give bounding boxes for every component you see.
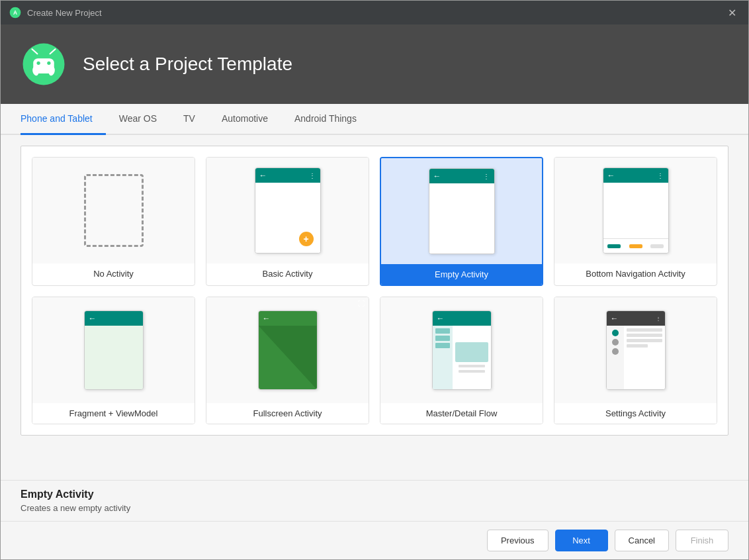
dialog-footer: Previous Next Cancel Finish	[1, 521, 748, 559]
detail-pane	[453, 326, 491, 389]
title-bar-text: Create New Project	[27, 8, 724, 18]
template-empty-activity-preview: ← ⋮	[381, 158, 542, 264]
template-fragment-viewmodel[interactable]: ← Fragment + ViewModel	[32, 297, 195, 424]
template-settings[interactable]: ← ⋮	[554, 297, 717, 424]
template-fullscreen-label: Fullscreen Activity	[206, 403, 369, 424]
settings-row-1	[627, 328, 662, 332]
no-activity-dashed-box	[84, 174, 144, 247]
template-bottom-nav[interactable]: ← ⋮	[554, 157, 717, 286]
page-title: Select a Project Template	[83, 54, 292, 75]
tab-bar: Phone and Tablet Wear OS TV Automotive A…	[1, 104, 748, 135]
master-detail-phone: ←	[432, 310, 492, 390]
tab-automotive[interactable]: Automotive	[208, 104, 281, 135]
template-master-detail-label: Master/Detail Flow	[380, 403, 543, 424]
fab-button: +	[299, 232, 314, 246]
svg-text:A: A	[13, 9, 17, 16]
master-item-1	[435, 328, 450, 334]
nav-item-1	[603, 239, 625, 253]
back-arrow-icon: ←	[611, 314, 619, 323]
previous-button[interactable]: Previous	[487, 530, 549, 551]
nav-bar-secondary	[629, 244, 642, 248]
android-logo	[21, 41, 67, 87]
template-basic-activity-label: Basic Activity	[206, 263, 369, 284]
master-detail-body	[433, 326, 491, 389]
template-no-activity-preview	[32, 158, 195, 263]
fullscreen-toolbar: ← ⛶	[259, 311, 317, 326]
menu-dots-icon: ⋮	[483, 173, 490, 180]
template-fragment-preview: ←	[32, 297, 195, 403]
tab-wear-os[interactable]: Wear OS	[106, 104, 170, 135]
template-settings-label: Settings Activity	[554, 403, 717, 424]
menu-dots-icon: ⋮	[657, 172, 664, 179]
settings-row-2	[627, 334, 662, 337]
settings-toolbar: ← ⋮	[607, 311, 665, 326]
nav-item-3	[646, 239, 668, 253]
master-pane	[433, 326, 453, 389]
main-window: A Create New Project ✕ Select a Project …	[0, 0, 749, 560]
template-basic-activity-preview: ← ⋮ +	[206, 158, 369, 263]
template-bottom-nav-label: Bottom Navigation Activity	[554, 263, 717, 284]
svg-point-7	[47, 62, 50, 65]
template-fullscreen[interactable]: ← ⛶ Fullscreen Activity	[206, 297, 369, 424]
template-basic-activity[interactable]: ← ⋮ + Basic Activity	[206, 157, 369, 286]
selected-template-description: Creates a new empty activity	[21, 503, 728, 513]
template-no-activity[interactable]: No Activity	[32, 157, 195, 286]
selected-template-title: Empty Activity	[21, 489, 728, 500]
template-empty-activity-label: Empty Activity	[381, 264, 542, 285]
bottom-nav-toolbar: ← ⋮	[603, 168, 668, 183]
templates-grid-area: No Activity ← ⋮ +	[1, 135, 748, 480]
template-master-detail[interactable]: ←	[380, 297, 543, 424]
nav-bar-inactive	[650, 244, 664, 248]
tab-phone-tablet[interactable]: Phone and Tablet	[21, 104, 106, 135]
fullscreen-phone: ← ⛶	[258, 310, 318, 390]
settings-dot-3	[612, 348, 619, 355]
master-item-2	[435, 336, 450, 341]
svg-point-6	[37, 62, 40, 65]
dialog-header: Select a Project Template	[1, 24, 748, 104]
detail-image	[455, 342, 488, 362]
menu-dots-icon: ⋮	[309, 172, 316, 179]
cancel-button[interactable]: Cancel	[615, 530, 669, 551]
next-button[interactable]: Next	[555, 530, 608, 551]
back-arrow-icon: ←	[259, 171, 267, 180]
settings-sidebar	[607, 326, 624, 389]
android-studio-icon: A	[9, 6, 22, 19]
back-arrow-icon: ←	[437, 314, 445, 323]
basic-toolbar: ← ⋮	[255, 168, 320, 183]
template-settings-preview: ← ⋮	[554, 297, 717, 403]
templates-container: No Activity ← ⋮ +	[21, 146, 728, 436]
fragment-phone: ←	[84, 310, 144, 390]
empty-toolbar: ← ⋮	[429, 169, 494, 183]
settings-phone: ← ⋮	[606, 310, 666, 390]
fullscreen-body	[259, 326, 317, 389]
empty-body	[429, 183, 494, 254]
settings-row-4	[627, 344, 648, 348]
bottom-nav-phone: ← ⋮	[603, 167, 669, 254]
template-bottom-nav-preview: ← ⋮	[554, 158, 717, 263]
back-arrow-icon: ←	[89, 314, 97, 323]
template-empty-activity[interactable]: ← ⋮ Empty Activity	[380, 157, 543, 286]
basic-activity-phone: ← ⋮ +	[255, 167, 321, 254]
empty-activity-phone: ← ⋮	[429, 168, 495, 254]
bottom-nav-body	[603, 183, 668, 238]
tab-tv[interactable]: TV	[170, 104, 208, 135]
finish-button[interactable]: Finish	[676, 530, 728, 551]
close-button[interactable]: ✕	[724, 5, 740, 21]
settings-dot-1	[612, 330, 619, 336]
settings-body	[607, 326, 665, 389]
master-detail-toolbar: ←	[433, 311, 491, 326]
title-bar: A Create New Project ✕	[1, 1, 748, 24]
template-fragment-label: Fragment + ViewModel	[32, 403, 195, 424]
settings-dot-2	[612, 339, 619, 346]
bottom-nav-bar	[603, 238, 668, 253]
fullscreen-diagonal	[259, 326, 317, 389]
settings-main-pane	[624, 326, 665, 389]
nav-item-2	[625, 239, 646, 253]
back-arrow-icon: ←	[433, 171, 441, 181]
basic-body: +	[255, 183, 320, 253]
template-fullscreen-preview: ← ⛶	[206, 297, 369, 403]
detail-line-1	[459, 365, 485, 367]
settings-row-3	[627, 339, 662, 342]
tab-android-things[interactable]: Android Things	[281, 104, 370, 135]
fragment-toolbar: ←	[85, 311, 143, 326]
